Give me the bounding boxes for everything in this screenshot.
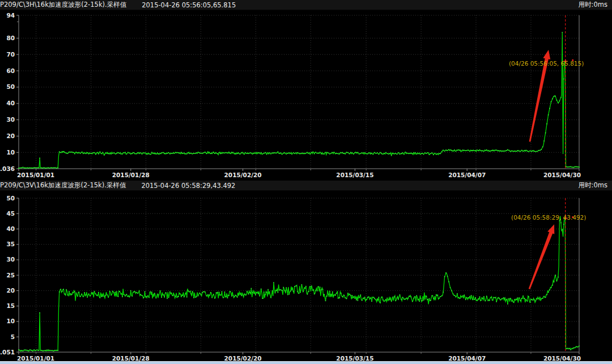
svg-text:2015/01/01: 2015/01/01 xyxy=(17,172,54,178)
chart-panel-3v: P209/C\3V\16k加速度波形(2-15k).采样值 2015-04-26… xyxy=(0,181,612,361)
svg-text:5: 5 xyxy=(11,333,15,340)
svg-text:2015/04/30: 2015/04/30 xyxy=(543,172,581,178)
svg-text:35: 35 xyxy=(6,241,15,247)
svg-text:20: 20 xyxy=(6,132,15,139)
x-axis-labels: 2015/01/012015/01/282015/02/202015/03/15… xyxy=(17,355,581,361)
cursor-value-callout: (04/26 05:56:05, 65.815) xyxy=(509,60,584,67)
cursor-readout: 2015-04-26 05:56:05,65.815 xyxy=(142,1,236,9)
plot-region-3v[interactable]: 50454035302520151050.0512015/01/012015/0… xyxy=(0,191,612,361)
svg-text:10: 10 xyxy=(6,149,15,156)
svg-text:20: 20 xyxy=(6,287,15,294)
svg-text:50: 50 xyxy=(6,195,15,202)
elapsed-time: 用时:0ms xyxy=(579,181,607,190)
svg-text:2015/01/28: 2015/01/28 xyxy=(112,355,150,361)
svg-text:30: 30 xyxy=(6,116,15,123)
svg-text:94: 94 xyxy=(6,12,15,19)
svg-text:2015/01/28: 2015/01/28 xyxy=(112,172,150,178)
window-bottom-edge xyxy=(0,361,612,364)
svg-text:0.051: 0.051 xyxy=(0,349,15,356)
trend-series xyxy=(18,216,580,352)
spike-annotation-arrow xyxy=(529,224,555,289)
chart-header-3h: P209/C\3H\16k加速度波形(2-15k).采样值 2015-04-26… xyxy=(0,0,612,10)
svg-text:2015/02/20: 2015/02/20 xyxy=(224,172,262,178)
trend-plot[interactable]: 50454035302520151050.0512015/01/012015/0… xyxy=(0,191,612,361)
svg-text:40: 40 xyxy=(6,100,15,106)
chart-title: P209/C\3V\16k加速度波形(2-15k).采样值 xyxy=(0,181,126,190)
svg-text:2015/04/07: 2015/04/07 xyxy=(448,355,486,361)
svg-text:45: 45 xyxy=(6,210,15,217)
svg-text:2015/04/07: 2015/04/07 xyxy=(448,172,486,178)
gridlines xyxy=(19,198,579,352)
svg-text:60: 60 xyxy=(6,67,15,74)
svg-text:25: 25 xyxy=(6,272,15,279)
y-axis-labels: 50454035302520151050.051 xyxy=(0,195,15,356)
plot-border xyxy=(16,198,579,354)
svg-text:15: 15 xyxy=(6,302,15,309)
svg-text:0.036: 0.036 xyxy=(0,165,15,172)
cursor-value-callout: (04/26 05:58:29, 43.492) xyxy=(511,214,586,221)
svg-text:80: 80 xyxy=(6,35,15,41)
chart-panel-3h: P209/C\3H\16k加速度波形(2-15k).采样值 2015-04-26… xyxy=(0,0,612,181)
chart-title: P209/C\3H\16k加速度波形(2-15k).采样值 xyxy=(0,1,126,9)
svg-text:30: 30 xyxy=(6,256,15,263)
y-axis-labels: 9480706050403020100.036 xyxy=(0,12,15,172)
svg-text:50: 50 xyxy=(6,83,15,90)
svg-text:2015/04/30: 2015/04/30 xyxy=(543,355,581,361)
gridlines xyxy=(19,15,579,169)
trend-series xyxy=(18,32,580,169)
plot-border xyxy=(16,15,579,171)
svg-text:70: 70 xyxy=(6,51,15,58)
x-axis-labels: 2015/01/012015/01/282015/02/202015/03/15… xyxy=(17,172,581,178)
elapsed-time: 用时:0ms xyxy=(579,1,607,9)
svg-text:2015/03/15: 2015/03/15 xyxy=(336,355,373,361)
chart-header-3v: P209/C\3V\16k加速度波形(2-15k).采样值 2015-04-26… xyxy=(0,181,612,191)
svg-text:2015/02/20: 2015/02/20 xyxy=(224,355,262,361)
svg-text:40: 40 xyxy=(6,225,15,232)
plot-region-3h[interactable]: 9480706050403020100.0362015/01/012015/01… xyxy=(0,10,612,181)
cursor-readout: 2015-04-26 05:58:29,43.492 xyxy=(141,182,235,190)
svg-text:2015/01/01: 2015/01/01 xyxy=(17,355,54,361)
svg-text:2015/03/15: 2015/03/15 xyxy=(336,172,373,178)
trend-plot[interactable]: 9480706050403020100.0362015/01/012015/01… xyxy=(0,10,612,181)
svg-text:10: 10 xyxy=(6,318,15,324)
